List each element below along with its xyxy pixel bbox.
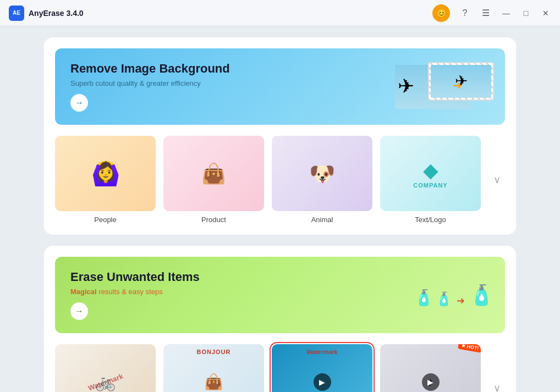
watermark-thumbnail: 🚲 Watermark xyxy=(55,344,156,392)
erase-banner-title: Erase Unwanted Items xyxy=(70,270,490,284)
titlebar-right: 😊 ? ☰ — □ ✕ xyxy=(432,4,551,22)
hot-badge: HOT! xyxy=(458,344,481,353)
minimize-button[interactable]: — xyxy=(501,8,512,19)
category-people[interactable]: 🙆‍♀️ People xyxy=(55,136,156,224)
videowm-thumbnail: 🏄 Watermark ▶ xyxy=(272,344,372,392)
person-emoji: 🙆‍♀️ xyxy=(91,160,120,187)
text-thumbnail: 👜 BONJOUR xyxy=(163,344,264,392)
magical-text: Magical xyxy=(70,288,97,296)
arrow-indicator: ➜ xyxy=(453,79,462,92)
main-content: Remove Image Background Superb cutout qu… xyxy=(0,26,560,392)
arrow-indicator-2: ➜ xyxy=(457,295,465,307)
titlebar: AE AnyErase 3.4.0 😊 ? ☰ — □ ✕ xyxy=(0,0,560,26)
bottle-emoji-3: 🧴 xyxy=(469,284,494,307)
bottle-emoji-2: 🧴 xyxy=(436,291,452,307)
tiktok-play-icon: ▶ xyxy=(422,373,440,391)
play-icon: ▶ xyxy=(314,373,331,391)
erase-items-section: Erase Unwanted Items Magical results & e… xyxy=(44,246,516,392)
video-watermark-text: Watermark xyxy=(306,349,337,355)
erase-expand-chevron[interactable]: ∨ xyxy=(488,372,505,392)
erase-banner-arrow-button[interactable]: → xyxy=(70,302,88,320)
menu-icon[interactable]: ☰ xyxy=(480,7,492,19)
erase-items-banner: Erase Unwanted Items Magical results & e… xyxy=(55,257,505,333)
close-button[interactable]: ✕ xyxy=(540,8,551,19)
remove-background-banner: Remove Image Background Superb cutout qu… xyxy=(55,48,505,125)
titlebar-left: AE AnyErase 3.4.0 xyxy=(9,5,84,21)
remove-background-section: Remove Image Background Superb cutout qu… xyxy=(44,37,516,235)
company-text: COMPANY xyxy=(413,182,447,189)
bag-emoji: 👜 xyxy=(201,162,226,185)
bike-emoji: 🚲 xyxy=(95,372,116,391)
help-icon[interactable]: ? xyxy=(459,7,471,19)
category-product[interactable]: 👜 Product xyxy=(163,136,264,224)
category-watermark[interactable]: 🚲 Watermark Watermark xyxy=(55,344,156,392)
bottles-display: 🧴 🧴 ➜ 🧴 xyxy=(414,284,494,307)
expand-chevron[interactable]: ∨ xyxy=(488,163,505,196)
banner-image: ✈ ➜ ✈ xyxy=(395,62,494,112)
dog-emoji: 🐶 xyxy=(309,162,335,186)
bonjour-text: BONJOUR xyxy=(196,349,230,355)
erase-banner-image: 🧴 🧴 ➜ 🧴 xyxy=(414,284,494,307)
bottle-emoji-1: 🧴 xyxy=(414,289,433,307)
maximize-button[interactable]: □ xyxy=(520,8,531,19)
erase-category-grid: 🚲 Watermark Watermark 👜 BONJOUR Text 🏄 W… xyxy=(55,344,505,392)
company-diamond-icon: ◆ xyxy=(423,159,438,182)
banner-arrow-button[interactable]: → xyxy=(70,94,88,112)
tote-bag-emoji: 👜 xyxy=(204,373,223,391)
plane-image: ✈ ➜ ✈ xyxy=(395,62,494,112)
app-logo: AE xyxy=(9,5,24,21)
textlogo-label: Text/Logo xyxy=(415,216,446,224)
category-textlogo[interactable]: ◆ COMPANY Text/Logo xyxy=(380,136,481,224)
textlogo-thumbnail: ◆ COMPANY xyxy=(380,136,481,211)
product-label: Product xyxy=(201,216,226,224)
animal-thumbnail: 🐶 xyxy=(272,136,372,211)
people-label: People xyxy=(94,216,116,224)
category-text[interactable]: 👜 BONJOUR Text xyxy=(163,344,264,392)
tiktok-container: ♪ ▶ HOT! xyxy=(380,344,481,392)
animal-label: Animal xyxy=(311,216,333,224)
category-tiktok[interactable]: ♪ ▶ HOT! TikTok Logo xyxy=(380,344,481,392)
product-thumbnail: 👜 xyxy=(163,136,264,211)
category-animal[interactable]: 🐶 Animal xyxy=(272,136,372,224)
tiktok-thumbnail: ♪ ▶ HOT! xyxy=(380,344,481,392)
avatar[interactable]: 😊 xyxy=(432,4,450,22)
people-thumbnail: 🙆‍♀️ xyxy=(55,136,156,211)
app-title: AnyErase 3.4.0 xyxy=(29,9,84,18)
category-video-watermark[interactable]: 🏄 Watermark ▶ Video Watermark xyxy=(272,344,372,392)
category-grid: 🙆‍♀️ People 👜 Product 🐶 Animal ◆ COMP xyxy=(55,136,505,224)
